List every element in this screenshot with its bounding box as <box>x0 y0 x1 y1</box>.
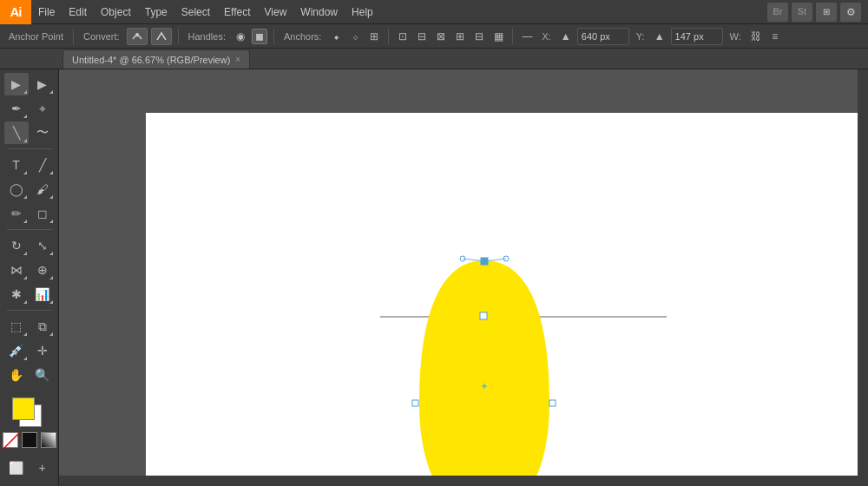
menu-items: File Edit Object Type Select Effect View… <box>31 0 380 23</box>
align-icon-5[interactable]: ⊟ <box>471 29 487 44</box>
line-tool[interactable]: ╱ <box>30 154 55 176</box>
eyedropper-tool[interactable]: 💉 <box>4 339 29 362</box>
tool-row-12: ✋ 🔍 <box>4 364 55 386</box>
stock-icon[interactable]: St <box>792 3 812 22</box>
x-value-input[interactable] <box>577 28 629 45</box>
sep1 <box>73 29 74 44</box>
convert-label: Convert: <box>80 31 123 42</box>
menu-object[interactable]: Object <box>94 0 138 23</box>
options-icon[interactable]: ≡ <box>767 29 783 44</box>
menu-help[interactable]: Help <box>345 0 380 23</box>
scale-tool[interactable]: ⤡ <box>30 234 55 257</box>
left-toolbar: ▶ ▶ ✒ ⌖ ╲ 〜 T ╱ <box>0 69 59 486</box>
align-icon-2[interactable]: ⊟ <box>414 29 430 44</box>
select-tool[interactable]: ▶ <box>4 73 29 95</box>
document-tab[interactable]: Untitled-4* @ 66.67% (RGB/Preview) × <box>62 49 250 69</box>
bridge-icon[interactable]: Br <box>767 3 788 22</box>
horizontal-scrollbar[interactable] <box>59 476 868 486</box>
egg-shape-svg <box>398 252 571 486</box>
align-icon-6[interactable]: ▦ <box>490 29 506 44</box>
column-graph-tool[interactable]: 📊 <box>30 283 55 305</box>
measure-tool[interactable]: ✛ <box>30 339 55 362</box>
menu-type[interactable]: Type <box>138 0 174 23</box>
gradient-swatch[interactable] <box>41 432 56 448</box>
x-label: X: <box>538 31 554 42</box>
rotate-tool[interactable]: ↻ <box>4 234 29 257</box>
anchors-label: Anchors: <box>280 31 325 42</box>
menu-effect[interactable]: Effect <box>217 0 257 23</box>
menu-view[interactable]: View <box>258 0 294 23</box>
smooth-tool[interactable]: 〜 <box>30 122 55 144</box>
menu-file[interactable]: File <box>31 0 62 23</box>
tool-options-bar: Anchor Point Convert: Handles: ◉ ◼ Ancho… <box>0 24 868 49</box>
w-label: W: <box>727 31 745 42</box>
pencil-tool[interactable]: ✏ <box>4 202 29 225</box>
convert-corner-btn[interactable] <box>151 28 172 45</box>
svg-rect-5 <box>412 400 418 406</box>
svg-rect-13 <box>480 312 487 319</box>
slice-tool[interactable]: ⧉ <box>30 315 55 338</box>
tool-row-3: ╲ 〜 <box>4 122 55 144</box>
main-area: ▶ ▶ ✒ ⌖ ╲ 〜 T ╱ <box>0 69 868 486</box>
lasso-tool[interactable]: ⌖ <box>30 97 55 120</box>
tab-title: Untitled-4* @ 66.67% (RGB/Preview) <box>72 55 230 65</box>
hand-tool[interactable]: ✋ <box>4 364 29 386</box>
search-icon[interactable]: ⚙ <box>840 3 861 22</box>
anchor-icon-3[interactable]: ⊞ <box>366 29 382 44</box>
direct-select-tool[interactable]: ▶ <box>30 73 55 95</box>
tool-row-5: ◯ 🖌 <box>4 178 55 200</box>
dash-icon[interactable]: — <box>519 29 535 44</box>
screen-mode-row: ⬜ + <box>4 456 55 479</box>
vertical-scrollbar[interactable] <box>858 69 868 476</box>
sep3 <box>273 29 274 44</box>
svg-rect-6 <box>549 400 556 406</box>
foreground-swatch[interactable] <box>12 397 35 420</box>
tab-bar: Untitled-4* @ 66.67% (RGB/Preview) × <box>0 49 868 69</box>
workspace-icon[interactable]: ⊞ <box>816 3 837 22</box>
handle-icon-1[interactable]: ◉ <box>233 29 248 44</box>
tool-sep-2 <box>7 229 52 230</box>
handles-label: Handles: <box>185 31 229 42</box>
pen-tool[interactable]: ✒ <box>4 97 29 120</box>
align-icon-3[interactable]: ⊠ <box>433 29 449 44</box>
tool-row-10: ⬚ ⧉ <box>4 315 55 338</box>
none-swatch[interactable] <box>3 432 18 448</box>
free-transform-tool[interactable]: ⊕ <box>30 259 55 281</box>
sep5 <box>512 29 513 44</box>
artboard-tool[interactable]: ⬚ <box>4 315 29 338</box>
anchor-point-tool[interactable]: ╲ <box>4 122 29 144</box>
tab-close-btn[interactable]: × <box>235 55 240 64</box>
anchor-icon-1[interactable]: ⬥ <box>328 29 344 44</box>
type-tool[interactable]: T <box>4 154 29 176</box>
tool-row-9: ✱ 📊 <box>4 283 55 305</box>
screen-mode-btn[interactable]: ⬜ <box>4 456 29 479</box>
warp-tool[interactable]: ⋈ <box>4 259 29 281</box>
y-value-input[interactable] <box>671 28 723 45</box>
handle-icon-2[interactable]: ◼ <box>252 29 267 44</box>
menu-window[interactable]: Window <box>293 0 345 23</box>
symbol-tool[interactable]: ✱ <box>4 283 29 305</box>
ellipse-tool[interactable]: ◯ <box>4 178 29 200</box>
align-icon-1[interactable]: ⊡ <box>395 29 411 44</box>
menu-select[interactable]: Select <box>174 0 217 23</box>
menu-right-icons: Br St ⊞ ⚙ <box>767 3 868 22</box>
tool-row-7: ↻ ⤡ <box>4 234 55 257</box>
canvas-area[interactable] <box>59 69 868 486</box>
chain-icon: ⛓ <box>748 29 764 44</box>
sep2 <box>178 29 179 44</box>
align-icon-4[interactable]: ⊞ <box>452 29 468 44</box>
eraser-tool[interactable]: ◻ <box>30 202 55 225</box>
tool-row-1: ▶ ▶ <box>4 73 55 95</box>
tool-row-2: ✒ ⌖ <box>4 97 55 120</box>
convert-smooth-btn[interactable] <box>127 28 148 45</box>
paintbrush-tool[interactable]: 🖌 <box>30 178 55 200</box>
svg-line-1 <box>3 433 19 449</box>
menu-edit[interactable]: Edit <box>62 0 94 23</box>
tool-sep-1 <box>7 148 52 149</box>
x-up-icon[interactable]: ▲ <box>558 29 574 44</box>
zoom-in-btn[interactable]: + <box>30 456 55 479</box>
zoom-tool[interactable]: 🔍 <box>30 364 55 386</box>
anchor-icon-2[interactable]: ⬦ <box>347 29 363 44</box>
y-up-icon[interactable]: ▲ <box>652 29 667 44</box>
black-swatch[interactable] <box>22 432 37 448</box>
